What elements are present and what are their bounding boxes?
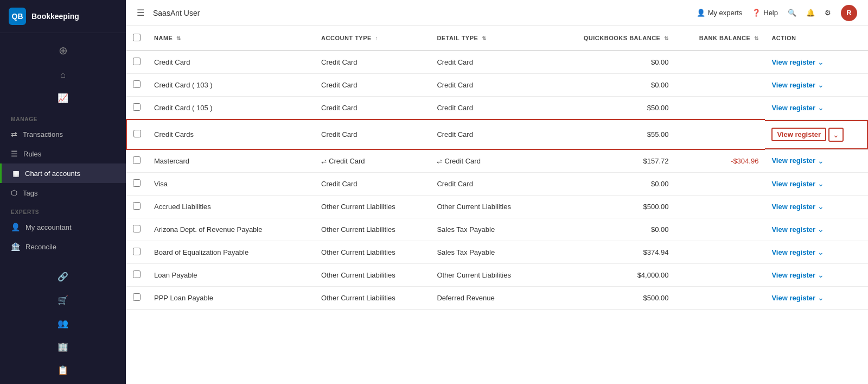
row-chevron-icon[interactable]: ⌄	[818, 202, 824, 211]
row-account-type: Other Current Liabilities	[315, 287, 430, 310]
view-register-button[interactable]: View register	[771, 203, 815, 211]
table-row: Credit Card ( 103 )Credit CardCredit Car…	[126, 74, 868, 97]
row-chevron-icon[interactable]: ⌄	[818, 179, 824, 188]
sidebar-nav: ⊕ ⌂ 📈 MANAGE ⇄ Transactions ☰ Rules ▦ Ch…	[0, 33, 126, 384]
header-bank-balance[interactable]: BANK BALANCE ⇅	[675, 26, 765, 51]
sidebar-icon-6[interactable]: ⚙	[0, 382, 126, 384]
reconcile-label: Reconcile	[25, 243, 56, 251]
row-bank-balance	[675, 173, 765, 196]
row-detail-type: Sales Tax Payable	[430, 218, 559, 241]
row-checkbox[interactable]	[133, 80, 141, 88]
row-chevron-icon[interactable]: ⌄	[818, 80, 824, 89]
view-register-button[interactable]: View register	[771, 294, 815, 302]
header-detail-type[interactable]: DETAIL TYPE ⇅	[430, 26, 559, 51]
row-bank-balance	[675, 51, 765, 74]
view-register-button[interactable]: View register	[771, 156, 815, 165]
sidebar-analytics[interactable]: 📈	[0, 86, 126, 110]
sidebar-item-reconcile[interactable]: 🏦 Reconcile	[0, 237, 126, 256]
header-qb-balance[interactable]: QUICKBOOKS BALANCE ⇅	[559, 26, 675, 51]
view-register-button[interactable]: View register	[771, 81, 815, 89]
row-checkbox[interactable]	[133, 130, 141, 137]
view-register-button[interactable]: View register	[771, 104, 815, 112]
table-row: Credit CardsCredit CardCredit Card$55.00…	[126, 119, 868, 149]
topbar-username: SaasAnt User	[153, 9, 688, 17]
row-action-cell: View register⌄	[765, 241, 868, 263]
sidebar-home[interactable]: ⌂	[0, 64, 126, 86]
sidebar-item-rules[interactable]: ☰ Rules	[0, 144, 126, 163]
sidebar-icon-4[interactable]: 🏢	[0, 335, 126, 358]
rules-label: Rules	[23, 150, 41, 158]
view-register-button[interactable]: View register	[771, 225, 815, 234]
row-name: Loan Payable	[148, 264, 315, 287]
row-detail-type: Credit Card	[430, 74, 559, 97]
topbar-menu-icon[interactable]: ☰	[137, 8, 144, 18]
row-qb-balance: $374.94	[559, 241, 675, 264]
row-checkbox[interactable]	[133, 293, 141, 301]
row-qb-balance: $0.00	[559, 51, 675, 74]
sidebar-item-chart-of-accounts[interactable]: ▦ Chart of accounts	[0, 163, 126, 183]
row-chevron-icon[interactable]: ⌄	[818, 58, 824, 66]
row-checkbox[interactable]	[133, 103, 141, 111]
row-checkbox[interactable]	[133, 225, 141, 232]
row-checkbox[interactable]	[133, 179, 141, 187]
row-action-cell: View register⌄	[765, 120, 868, 149]
row-account-type: Credit Card	[315, 74, 430, 97]
table-row: Loan PayableOther Current LiabilitiesOth…	[126, 264, 868, 287]
row-chevron-icon[interactable]: ⌄	[818, 103, 824, 112]
row-qb-balance: $157.72	[559, 149, 675, 173]
select-all-checkbox[interactable]	[133, 34, 141, 41]
row-account-type: ⇌Credit Card	[315, 149, 430, 173]
transfer-icon-2: ⇌	[437, 158, 442, 165]
user-avatar[interactable]: R	[841, 5, 857, 21]
row-chevron-icon[interactable]: ⌄	[818, 225, 824, 234]
my-experts-button[interactable]: 👤 My experts	[697, 9, 743, 17]
sidebar-icon-1[interactable]: 🔗	[0, 265, 126, 288]
row-action-cell: View register⌄	[765, 97, 868, 118]
sidebar-icon-2[interactable]: 🛒	[0, 288, 126, 312]
row-chevron-icon[interactable]: ⌄	[818, 293, 824, 302]
row-checkbox[interactable]	[133, 202, 141, 210]
view-register-button[interactable]: View register	[771, 180, 815, 188]
notifications-button[interactable]: 🔔	[806, 9, 815, 17]
row-checkbox[interactable]	[133, 58, 141, 65]
bell-icon: 🔔	[806, 9, 815, 17]
topbar: ☰ SaasAnt User 👤 My experts ❓ Help 🔍 🔔 ⚙…	[126, 0, 868, 26]
sidebar-icon-5[interactable]: 📋	[0, 358, 126, 382]
table-row: Accrued LiabilitiesOther Current Liabili…	[126, 196, 868, 218]
row-action-cell: View register⌄	[765, 51, 868, 73]
header-name[interactable]: NAME ⇅	[148, 26, 315, 51]
row-chevron-icon[interactable]: ⌄	[818, 270, 824, 279]
main-area: ☰ SaasAnt User 👤 My experts ❓ Help 🔍 🔔 ⚙…	[126, 0, 868, 384]
row-checkbox[interactable]	[133, 248, 141, 255]
sidebar-item-tags[interactable]: ⬡ Tags	[0, 183, 126, 203]
sidebar-icon-3[interactable]: 👥	[0, 312, 126, 335]
row-bank-balance	[675, 264, 765, 287]
row-name: Board of Equalization Payable	[148, 241, 315, 264]
row-chevron-icon[interactable]: ⌄	[818, 248, 824, 256]
row-account-type: Credit Card	[315, 97, 430, 120]
row-checkbox[interactable]	[133, 270, 141, 278]
view-register-button[interactable]: View register	[771, 128, 826, 141]
view-register-button[interactable]: View register	[771, 248, 815, 256]
row-account-type: Other Current Liabilities	[315, 264, 430, 287]
sidebar-global-create[interactable]: ⊕	[0, 37, 126, 64]
row-checkbox[interactable]	[133, 156, 141, 164]
row-qb-balance: $0.00	[559, 74, 675, 97]
row-chevron-icon[interactable]: ⌄	[818, 156, 824, 165]
row-account-type: Other Current Liabilities	[315, 241, 430, 264]
sidebar-item-my-accountant[interactable]: 👤 My accountant	[0, 217, 126, 237]
help-button[interactable]: ❓ Help	[752, 9, 778, 17]
row-detail-type: Credit Card	[430, 97, 559, 120]
row-chevron-icon[interactable]: ⌄	[828, 128, 844, 142]
search-button[interactable]: 🔍	[788, 9, 796, 17]
sidebar-item-transactions[interactable]: ⇄ Transactions	[0, 124, 126, 144]
qb-balance-sort-icon: ⇅	[664, 35, 669, 41]
header-checkbox-col	[126, 26, 148, 51]
view-register-button[interactable]: View register	[771, 271, 815, 279]
experts-section-label: EXPERTS	[0, 203, 126, 217]
row-name: Visa	[148, 173, 315, 196]
settings-button[interactable]: ⚙	[825, 9, 831, 17]
view-register-button[interactable]: View register	[771, 58, 815, 66]
manage-section-label: MANAGE	[0, 110, 126, 124]
header-account-type[interactable]: ACCOUNT TYPE ↑	[315, 26, 430, 51]
